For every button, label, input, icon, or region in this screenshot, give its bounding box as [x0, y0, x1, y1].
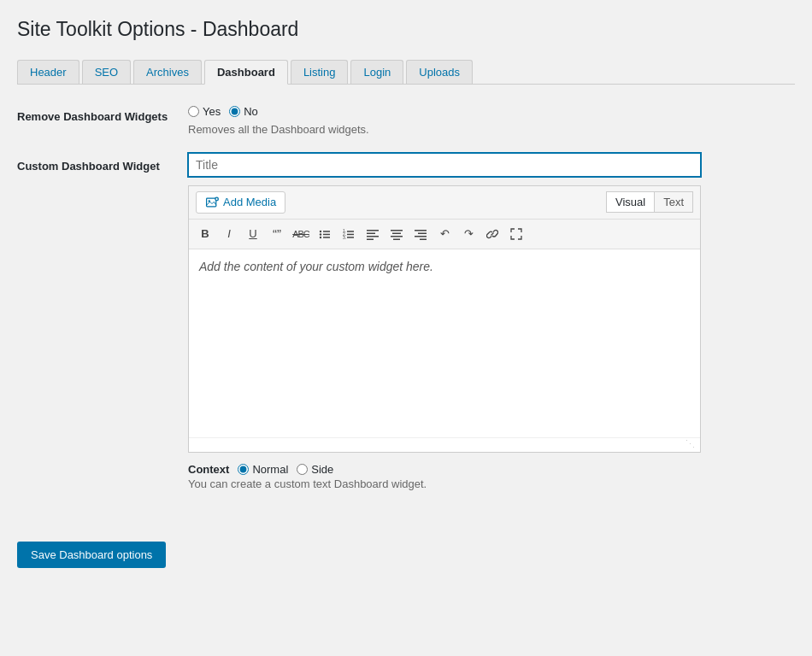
tab-dashboard[interactable]: Dashboard: [204, 60, 288, 85]
svg-rect-6: [323, 231, 330, 232]
tab-archives[interactable]: Archives: [133, 60, 202, 84]
side-label: Side: [311, 463, 333, 476]
blockquote-button[interactable]: “”: [266, 223, 288, 245]
tab-listing[interactable]: Listing: [291, 60, 349, 84]
side-radio-label[interactable]: Side: [297, 463, 333, 476]
page-title: Site Toolkit Options - Dashboard: [17, 17, 795, 43]
add-media-button[interactable]: Add Media: [196, 191, 285, 214]
context-options: Normal Side: [238, 463, 333, 476]
svg-rect-19: [367, 236, 379, 237]
svg-rect-20: [367, 238, 374, 240]
resize-handle[interactable]: [686, 440, 697, 450]
remove-widgets-row: Remove Dashboard Widgets Yes No Removes …: [17, 105, 795, 136]
remove-widgets-radio-group: Yes No: [188, 105, 795, 118]
remove-widgets-label: Remove Dashboard Widgets: [17, 105, 188, 123]
align-right-button[interactable]: [409, 223, 432, 245]
link-button[interactable]: [481, 223, 503, 245]
page-wrapper: Site Toolkit Options - Dashboard Header …: [0, 0, 812, 656]
svg-rect-26: [418, 232, 427, 234]
svg-rect-23: [391, 236, 403, 237]
context-label: Context: [188, 463, 229, 476]
normal-label: Normal: [252, 463, 288, 476]
fullscreen-icon: [510, 228, 522, 240]
editor-content: Add the content of your custom widget he…: [199, 260, 433, 273]
align-left-icon: [367, 228, 379, 240]
remove-widgets-field: Yes No Removes all the Dashboard widgets…: [188, 105, 795, 136]
undo-button[interactable]: ↶: [433, 223, 456, 245]
tab-uploads[interactable]: Uploads: [406, 60, 473, 84]
no-label: No: [244, 105, 258, 118]
visual-tab[interactable]: Visual: [607, 192, 655, 212]
svg-rect-18: [367, 232, 375, 234]
svg-rect-17: [367, 230, 379, 231]
svg-rect-27: [415, 236, 427, 237]
svg-text:3.: 3.: [343, 235, 346, 240]
tab-login[interactable]: Login: [350, 60, 403, 84]
remove-widgets-desc: Removes all the Dashboard widgets.: [188, 123, 795, 136]
ol-button[interactable]: 1.2.3.: [338, 223, 360, 245]
save-dashboard-button[interactable]: Save Dashboard options: [17, 542, 166, 568]
custom-widget-field: Add Media Visual Text B I U “” ABC: [188, 153, 795, 490]
ul-button[interactable]: [314, 223, 336, 245]
context-container: Context Normal Side: [188, 463, 795, 490]
fullscreen-button[interactable]: [505, 223, 527, 245]
align-left-button[interactable]: [362, 223, 384, 245]
context-desc: You can create a custom text Dashboard w…: [188, 477, 795, 490]
svg-rect-8: [323, 234, 330, 236]
align-center-button[interactable]: [385, 223, 408, 245]
link-icon: [486, 228, 498, 240]
custom-widget-row: Custom Dashboard Widget: [17, 153, 795, 490]
normal-radio[interactable]: [238, 464, 249, 475]
editor-footer: [189, 437, 700, 452]
content-area: Remove Dashboard Widgets Yes No Removes …: [17, 85, 795, 524]
tab-header[interactable]: Header: [17, 60, 79, 84]
svg-point-9: [320, 237, 321, 238]
align-center-icon: [391, 228, 403, 240]
no-radio-label[interactable]: No: [229, 105, 258, 118]
svg-rect-22: [392, 232, 401, 234]
redo-button[interactable]: ↷: [457, 223, 480, 245]
view-tabs: Visual Text: [606, 191, 693, 213]
editor-toolbar: B I U “” ABC 1.2.3.: [189, 220, 700, 249]
no-radio[interactable]: [229, 106, 240, 117]
svg-rect-25: [415, 230, 427, 231]
normal-radio-label[interactable]: Normal: [238, 463, 288, 476]
svg-point-7: [320, 233, 321, 235]
custom-widget-label: Custom Dashboard Widget: [17, 153, 188, 173]
svg-rect-21: [391, 230, 403, 231]
text-tab[interactable]: Text: [655, 192, 692, 212]
strikethrough-button[interactable]: ABC: [290, 223, 312, 245]
ul-icon: [319, 228, 331, 240]
yes-radio[interactable]: [188, 106, 199, 117]
editor-body[interactable]: Add the content of your custom widget he…: [189, 249, 700, 437]
add-media-label: Add Media: [223, 196, 276, 208]
bold-button[interactable]: B: [194, 223, 216, 245]
svg-rect-28: [420, 238, 427, 240]
svg-rect-12: [347, 231, 354, 232]
editor-top-bar: Add Media Visual Text: [189, 186, 700, 220]
underline-button[interactable]: U: [242, 223, 264, 245]
tab-seo[interactable]: SEO: [82, 60, 131, 84]
svg-point-5: [320, 231, 321, 232]
title-input[interactable]: [188, 153, 701, 177]
svg-line-29: [491, 232, 494, 235]
svg-rect-16: [347, 237, 354, 238]
add-media-icon: [205, 196, 219, 209]
side-radio[interactable]: [297, 464, 308, 475]
italic-button[interactable]: I: [218, 223, 240, 245]
svg-rect-24: [393, 238, 400, 240]
yes-label: Yes: [203, 105, 221, 118]
yes-radio-label[interactable]: Yes: [188, 105, 221, 118]
tabs-nav: Header SEO Archives Dashboard Listing Lo…: [17, 60, 795, 85]
ol-icon: 1.2.3.: [343, 228, 355, 240]
editor-container: Add Media Visual Text B I U “” ABC: [188, 185, 701, 453]
context-row: Context Normal Side: [188, 463, 795, 476]
align-right-icon: [415, 228, 427, 240]
svg-rect-10: [323, 237, 330, 238]
svg-rect-14: [347, 234, 354, 236]
